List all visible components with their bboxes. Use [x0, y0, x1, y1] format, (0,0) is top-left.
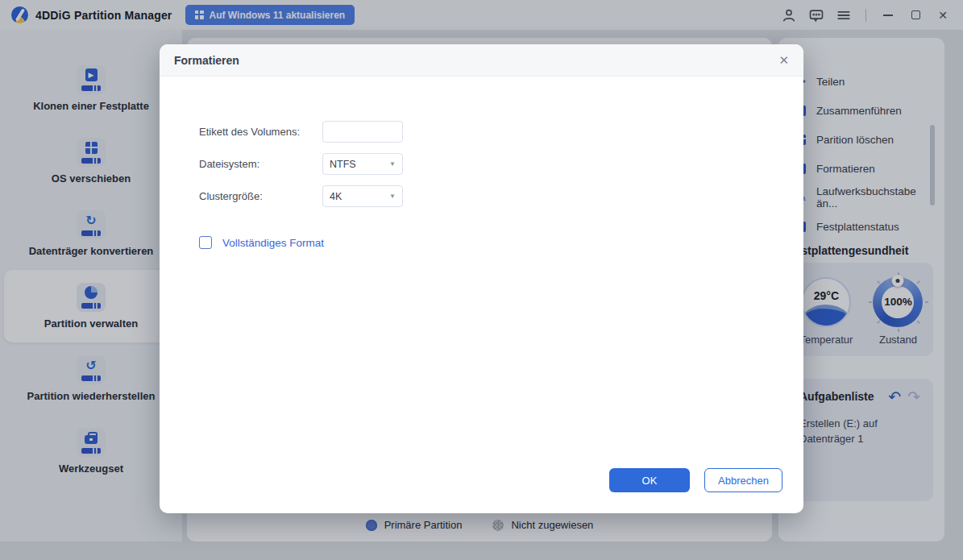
full-format-checkbox[interactable] — [199, 236, 212, 249]
full-format-checkbox-row[interactable]: Vollständiges Format — [199, 236, 324, 249]
filesystem-select[interactable]: NTFS — [322, 153, 403, 175]
volume-label-field-label: Etikett des Volumens: — [199, 126, 322, 138]
ok-button[interactable]: OK — [609, 468, 690, 492]
cluster-size-field-label: Clustergröße: — [199, 190, 322, 202]
dialog-close-icon[interactable] — [778, 53, 789, 68]
filesystem-selected-value: NTFS — [330, 159, 356, 170]
cluster-size-selected-value: 4K — [330, 191, 342, 202]
volume-label-input[interactable] — [322, 121, 403, 143]
format-dialog: Formatieren Etikett des Volumens: Dateis… — [160, 44, 803, 513]
cancel-button[interactable]: Abbrechen — [704, 468, 782, 492]
full-format-label: Vollständiges Format — [222, 237, 324, 249]
app-window: 4DDiG Partition Manager Auf Windows 11 a… — [0, 0, 963, 560]
dialog-title: Formatieren — [174, 54, 239, 67]
dialog-footer: OK Abbrechen — [160, 468, 803, 492]
cluster-size-select[interactable]: 4K — [322, 185, 403, 207]
dialog-header: Formatieren — [160, 44, 803, 77]
filesystem-field-label: Dateisystem: — [199, 158, 322, 170]
